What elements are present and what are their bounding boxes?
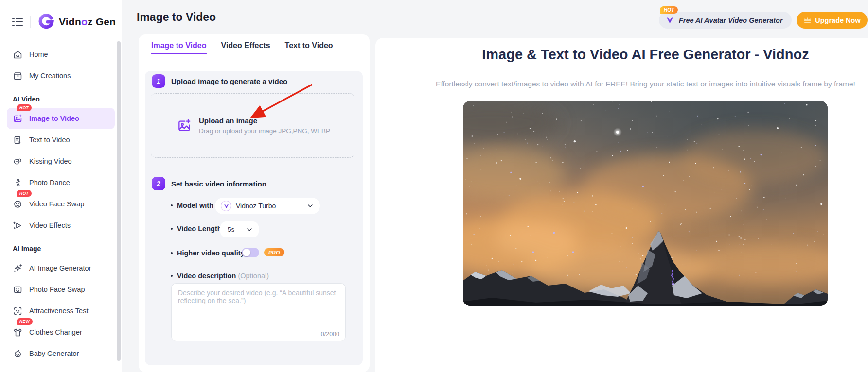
nav-label: Text to Video [29,136,70,144]
section-title-ai-video: AI Video [13,95,115,103]
photo-face-swap-icon [13,285,23,295]
vidnoz-gen-logo[interactable]: Vidnoz Gen [37,13,116,31]
nav-label: Baby Generator [29,350,79,357]
home-icon [13,50,23,60]
model-select[interactable]: Vidnoz Turbo [215,198,320,214]
hot-badge: HOT [17,190,32,197]
sidebar-item-kissing-video[interactable]: Kissing Video [7,151,115,172]
hot-badge: HOT [660,6,678,14]
card-tabs: Image to Video Video Effects Text to Vid… [151,41,333,57]
upload-text: Upload an image Drag or upload your imag… [199,117,330,135]
sidebar-item-text-to-video[interactable]: Text to Video [7,129,115,151]
nav-label: Image to Video [29,115,79,122]
upload-hint: Drag or upload your image JPG,PNG, WEBP [199,127,330,135]
tab-text-to-video[interactable]: Text to Video [285,41,333,57]
pro-badge: PRO [264,248,284,256]
ai-image-generator-icon [13,263,23,273]
kissing-video-icon [13,156,23,167]
attractiveness-test-icon [13,306,23,316]
sidebar: Vidnoz Gen Home My Creations AI Video HO… [0,0,122,372]
crown-icon [803,17,812,24]
higher-video-quality-label: Higher video quality [171,249,245,257]
vidnoz-turbo-icon [221,201,231,211]
sidebar-item-home[interactable]: Home [7,44,115,65]
sidebar-item-ai-image-generator[interactable]: AI Image Generator [7,257,115,279]
image-to-video-card: Image to Video Video Effects Text to Vid… [139,34,370,372]
video-length-label: Video Length [171,225,222,233]
sidebar-item-baby-generator[interactable]: Baby Generator [7,343,115,364]
nav-label: Attractiveness Test [29,307,88,315]
chevron-down-icon [306,202,314,210]
nav-label: Video Face Swap [29,200,84,208]
nav-label: Home [29,51,48,58]
step1-number: 1 [152,74,165,88]
hamburger-menu-icon[interactable] [12,17,23,27]
nav-label: Video Effects [29,221,71,229]
upload-title: Upload an image [199,117,330,125]
vidnoz-v-icon [665,16,674,25]
model-value: Vidnoz Turbo [236,202,276,210]
promo-label: Free AI Avatar Video Generator [679,17,783,24]
video-face-swap-icon [13,199,23,209]
nav-label: My Creations [29,72,71,80]
sidebar-item-clothes-changer[interactable]: NEW Clothes Changer [7,321,115,343]
chevron-down-icon [246,226,253,234]
sidebar-item-video-face-swap[interactable]: HOT Video Face Swap [7,193,115,215]
new-badge: NEW [17,318,33,325]
video-length-select[interactable]: 5s [220,221,259,237]
sidebar-item-photo-face-swap[interactable]: Photo Face Swap [7,279,115,300]
logo-text: Vidnoz Gen [59,16,116,28]
sidebar-item-image-to-video[interactable]: HOT Image to Video [7,108,115,129]
sidebar-nav: Home My Creations AI Video HOT Image to … [0,44,122,364]
nav-label: Photo Dance [29,179,70,186]
image-to-video-icon [13,114,23,124]
upload-dropzone[interactable]: Upload an image Drag or upload your imag… [151,93,354,158]
sidebar-header: Vidnoz Gen [0,0,122,44]
step2-number: 2 [152,177,165,190]
video-description-label: Video description (Optional) [171,272,269,280]
toggle-knob [243,249,250,256]
sidebar-item-my-creations[interactable]: My Creations [7,65,115,86]
tab-image-to-video[interactable]: Image to Video [151,41,207,57]
nav-label: AI Image Generator [29,264,91,272]
my-creations-icon [13,71,23,81]
hero-title: Image & Text to Video AI Free Generator … [423,47,868,63]
model-with-label: Model with [171,202,213,209]
character-counter: 0/2000 [321,331,339,338]
photo-dance-icon [13,178,23,188]
nav-label: Clothes Changer [29,328,82,336]
hero-subtitle: Effortlessly convert text/images to vide… [423,80,868,88]
step2-title: Set basic video information [171,180,266,188]
nav-label: Photo Face Swap [29,286,85,293]
higher-quality-toggle[interactable] [242,248,259,257]
optional-hint: (Optional) [238,272,269,280]
nav-label: Kissing Video [29,157,72,165]
text-to-video-icon [13,135,23,145]
hot-badge: HOT [17,104,32,111]
tab-video-effects[interactable]: Video Effects [221,41,270,57]
video-description-input[interactable] [171,283,346,341]
step2-header: 2 Set basic video information [152,177,266,190]
upload-image-icon [177,118,192,134]
description-field-wrap: 0/2000 [171,283,346,341]
divider [30,16,31,28]
mountain-night-preview-image [463,101,828,306]
section-title-ai-image: AI Image [13,245,115,253]
logo-g-icon [37,13,55,31]
video-effects-icon [13,220,23,231]
free-avatar-generator-link[interactable]: HOT Free AI Avatar Video Generator [659,12,792,29]
sidebar-scrollbar[interactable] [117,41,121,361]
page-title: Image to Video [137,11,216,24]
step1-header: 1 Upload image to generate a video [152,74,287,88]
clothes-changer-icon [13,327,23,338]
upgrade-label: Upgrade Now [815,17,860,24]
baby-generator-icon [13,349,23,359]
step1-title: Upload image to generate a video [171,77,287,85]
sidebar-item-video-effects[interactable]: Video Effects [7,215,115,236]
steps-panel: 1 Upload image to generate a video Uploa… [145,71,363,365]
video-length-value: 5s [228,226,234,233]
upgrade-now-button[interactable]: Upgrade Now [797,12,868,29]
